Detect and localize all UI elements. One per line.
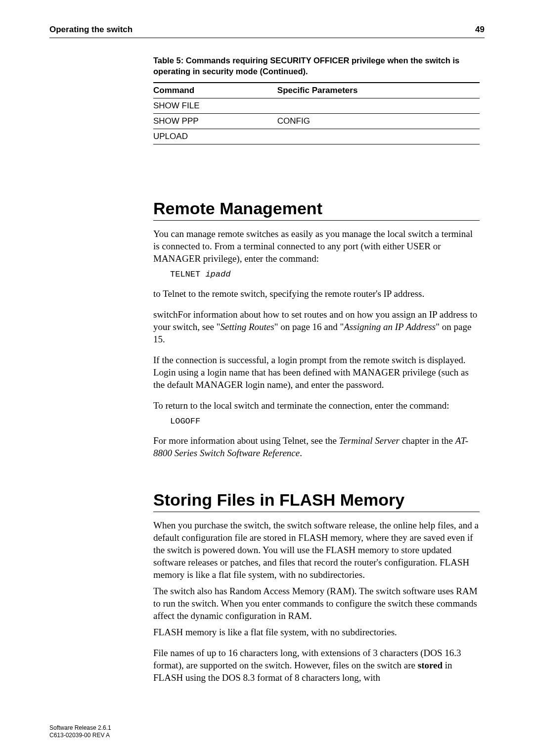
body-paragraph: File names of up to 16 characters long, … — [153, 647, 480, 684]
page-footer: Software Release 2.6.1 C613-02039-00 REV… — [49, 724, 111, 739]
body-paragraph: switchFor information about how to set r… — [153, 308, 480, 345]
command-table: Command Specific Parameters SHOW FILE SH… — [153, 82, 480, 144]
page: Operating the switch 49 Table 5: Command… — [0, 0, 534, 756]
section-heading-flash: Storing Files in FLASH Memory — [153, 490, 480, 512]
table-cell-params — [277, 98, 480, 113]
table-cell-command: UPLOAD — [153, 129, 277, 144]
table-row: UPLOAD — [153, 129, 480, 144]
table-header-row: Command Specific Parameters — [153, 83, 480, 98]
section-gap — [153, 460, 480, 490]
table-cell-command: SHOW PPP — [153, 113, 277, 129]
running-header-title: Operating the switch — [49, 25, 133, 35]
code-argument: ipadd — [205, 270, 230, 279]
code-command: LOGOFF — [170, 417, 480, 426]
footer-release: Software Release 2.6.1 — [49, 724, 111, 732]
code-text: TELNET — [170, 270, 205, 279]
cross-reference: Assigning an IP Address — [344, 322, 436, 332]
table-cell-params — [277, 129, 480, 144]
section-heading-remote: Remote Management — [153, 199, 480, 221]
body-paragraph: The switch also has Random Access Memory… — [153, 585, 480, 622]
bold-text: stored — [418, 660, 443, 670]
table-caption: Table 5: Commands requiring SECURITY OFF… — [153, 55, 480, 77]
table-cell-command: SHOW FILE — [153, 98, 277, 113]
content-column: Table 5: Commands requiring SECURITY OFF… — [153, 55, 480, 684]
running-header: Operating the switch 49 — [49, 25, 485, 38]
page-number: 49 — [475, 25, 485, 35]
cross-reference: Setting Routes — [220, 322, 274, 332]
text-run: " on page 16 and " — [274, 322, 344, 332]
table-row: SHOW FILE — [153, 98, 480, 113]
text-run: For more information about using Telnet,… — [153, 435, 339, 446]
body-paragraph: If the connection is successful, a login… — [153, 354, 480, 391]
body-paragraph: When you purchase the switch, the switch… — [153, 519, 480, 581]
body-paragraph: to Telnet to the remote switch, specifyi… — [153, 287, 480, 300]
text-run: chapter in the — [400, 435, 455, 446]
footer-docid: C613-02039-00 REV A — [49, 732, 111, 739]
table-cell-params: CONFIG — [277, 113, 480, 129]
table-row: SHOW PPP CONFIG — [153, 113, 480, 129]
table-header-params: Specific Parameters — [277, 83, 480, 98]
text-run: . — [300, 448, 302, 458]
body-paragraph: To return to the local switch and termin… — [153, 399, 480, 412]
code-command: TELNET ipadd — [170, 270, 480, 279]
table-header-command: Command — [153, 83, 277, 98]
cross-reference: Terminal Server — [339, 435, 400, 446]
body-paragraph: FLASH memory is like a flat file system,… — [153, 626, 480, 638]
body-paragraph: For more information about using Telnet,… — [153, 434, 480, 459]
text-run: File names of up to 16 characters long, … — [153, 648, 461, 670]
body-paragraph: You can manage remote switches as easily… — [153, 228, 480, 265]
